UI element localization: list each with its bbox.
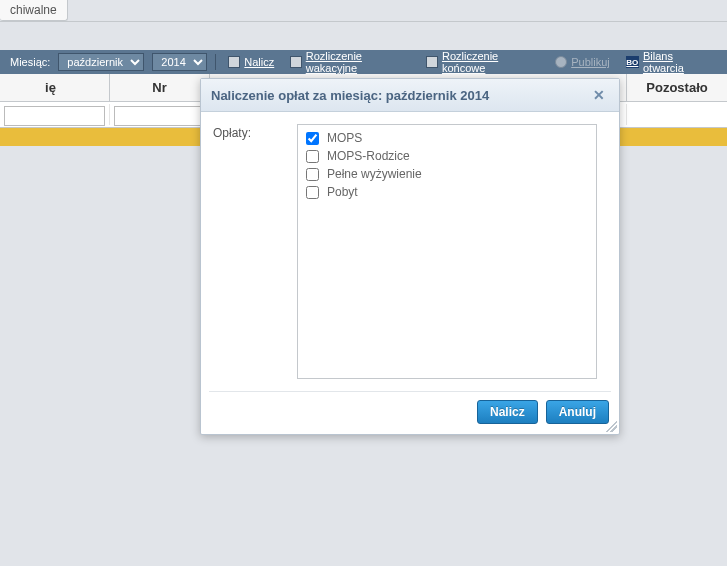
oplaty-label: Opłaty:	[213, 124, 283, 379]
nalicz-button[interactable]: Nalicz	[224, 56, 278, 68]
oplaty-option[interactable]: MOPS-Rodzice	[306, 147, 588, 165]
rozliczenie-koncowe-button[interactable]: Rozliczenie końcowe	[422, 50, 543, 74]
column-ie[interactable]: ię	[0, 74, 110, 101]
oplaty-option-label: Pełne wyżywienie	[327, 167, 422, 181]
oplaty-checkbox[interactable]	[306, 150, 319, 163]
rozliczenie-wakacyjne-button[interactable]: Rozliczenie wakacyjne	[286, 50, 414, 74]
oplaty-checkbox[interactable]	[306, 168, 319, 181]
publikuj-label: Publikuj	[571, 56, 610, 68]
tab-archived[interactable]: chiwalne	[0, 0, 68, 21]
oplaty-option[interactable]: Pełne wyżywienie	[306, 165, 588, 183]
dialog-title: Naliczenie opłat za miesiąc: październik…	[211, 88, 489, 103]
oplaty-option[interactable]: Pobyt	[306, 183, 588, 201]
spacer	[0, 22, 727, 50]
eye-icon	[555, 56, 567, 68]
bo-icon: BO	[626, 56, 639, 68]
oplaty-option[interactable]: MOPS	[306, 129, 588, 147]
rozliczenie-koncowe-label: Rozliczenie końcowe	[442, 50, 539, 74]
column-nr[interactable]: Nr	[110, 74, 210, 101]
month-label: Miesiąc:	[10, 56, 50, 68]
column-pozostalo[interactable]: Pozostało	[627, 74, 727, 101]
tab-strip: chiwalne	[0, 0, 727, 22]
publikuj-button[interactable]: Publikuj	[551, 56, 614, 68]
oplaty-option-label: MOPS-Rodzice	[327, 149, 410, 163]
doc-icon	[426, 56, 437, 68]
nalicz-confirm-button[interactable]: Nalicz	[477, 400, 538, 424]
bilans-label: Bilans otwarcia	[643, 50, 713, 74]
oplaty-option-label: MOPS	[327, 131, 362, 145]
dialog-footer: Nalicz Anuluj	[201, 392, 619, 434]
bilans-otwarcia-button[interactable]: BO Bilans otwarcia	[622, 50, 717, 74]
separator	[215, 54, 216, 70]
oplaty-checkbox[interactable]	[306, 186, 319, 199]
oplaty-listbox[interactable]: MOPSMOPS-RodzicePełne wyżywieniePobyt	[297, 124, 597, 379]
close-icon[interactable]: ✕	[589, 87, 609, 103]
nalicz-dialog: Naliczenie opłat za miesiąc: październik…	[200, 78, 620, 435]
calc-icon	[228, 56, 240, 68]
dialog-titlebar: Naliczenie opłat za miesiąc: październik…	[201, 79, 619, 112]
toolbar: Miesiąc: październik 2014 Nalicz Rozlicz…	[0, 50, 727, 74]
month-select[interactable]: październik	[58, 53, 144, 71]
anuluj-button[interactable]: Anuluj	[546, 400, 609, 424]
rozliczenie-wakacyjne-label: Rozliczenie wakacyjne	[306, 50, 411, 74]
oplaty-option-label: Pobyt	[327, 185, 358, 199]
resize-grip[interactable]	[605, 420, 617, 432]
filter-ie-input[interactable]	[4, 106, 105, 126]
year-select[interactable]: 2014	[152, 53, 207, 71]
dialog-body: Opłaty: MOPSMOPS-RodzicePełne wyżywienie…	[201, 112, 619, 391]
filter-nr-input[interactable]	[114, 106, 205, 126]
doc-icon	[290, 56, 301, 68]
oplaty-checkbox[interactable]	[306, 132, 319, 145]
nalicz-label: Nalicz	[244, 56, 274, 68]
